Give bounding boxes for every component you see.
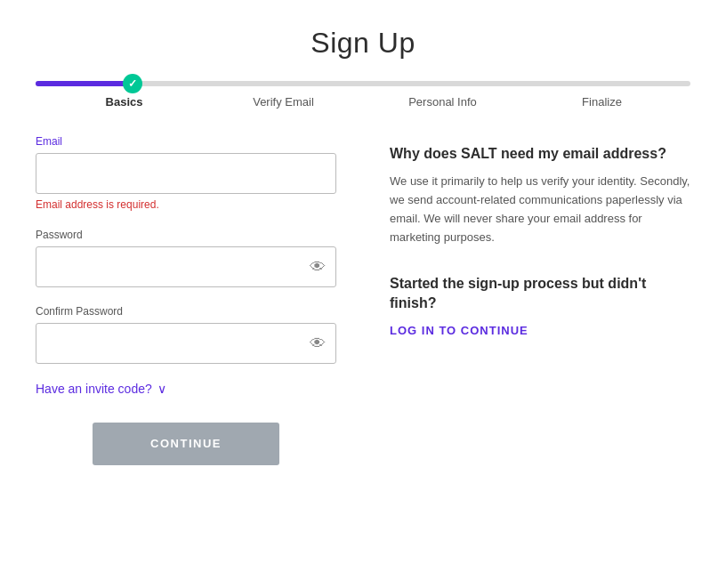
email-input-wrapper [36,153,336,194]
form-section: Email Email address is required. Passwor… [36,135,336,465]
steps-labels: Basics Verify Email Personal Info Finali… [36,95,690,109]
page-container: Sign Up ✓ Basics Verify Email Personal I… [0,0,726,588]
progress-bar-fill [36,81,133,86]
page-title: Sign Up [36,27,690,60]
confirm-password-input-wrapper: 👁 [36,323,336,364]
email-label: Email [36,135,336,148]
password-field-group: Password 👁 [36,229,336,287]
info-section: Why does SALT need my email address? We … [372,135,690,465]
invite-code-row[interactable]: Have an invite code? ∨ [36,382,336,396]
confirm-password-label: Confirm Password [36,305,336,318]
info-answer-1: We use it primarily to help us verify yo… [390,173,690,246]
step-verify-email: Verify Email [204,95,363,109]
password-input[interactable] [36,246,336,287]
email-input[interactable] [36,153,336,194]
step-finalize: Finalize [522,95,682,109]
log-in-to-continue-link[interactable]: LOG IN TO CONTINUE [390,324,528,337]
invite-code-label: Have an invite code? [36,382,152,396]
confirm-password-field-group: Confirm Password 👁 [36,305,336,364]
password-label: Password [36,229,336,241]
chevron-down-icon: ∨ [157,382,166,396]
info-question-1: Why does SALT need my email address? [390,144,690,164]
step-basics: Basics [44,95,204,109]
progress-section: ✓ Basics Verify Email Personal Info Fina… [36,81,690,109]
main-content: Email Email address is required. Passwor… [36,135,690,465]
confirm-password-input[interactable] [36,323,336,364]
password-eye-icon[interactable]: 👁 [310,258,326,277]
info-question-2: Started the sign-up process but didn't f… [390,274,690,314]
confirm-eye-icon[interactable]: 👁 [310,334,326,353]
email-error: Email address is required. [36,198,336,211]
email-field-group: Email Email address is required. [36,135,336,211]
progress-check: ✓ [123,74,142,93]
step-personal-info: Personal Info [363,95,522,109]
password-input-wrapper: 👁 [36,246,336,287]
progress-bar-track: ✓ [36,81,690,86]
continue-button[interactable]: CONTINUE [93,423,279,465]
